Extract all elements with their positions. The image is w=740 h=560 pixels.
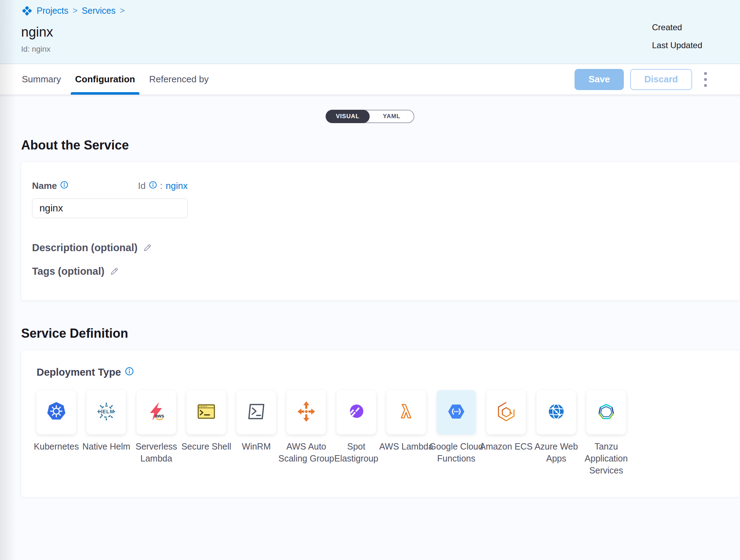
- name-info-icon[interactable]: [60, 180, 68, 191]
- deployment-type-tile-tanzu-application-services[interactable]: [587, 390, 626, 434]
- deployment-type-tile-label: AWS Lambda: [377, 441, 435, 453]
- tab-actions: Save Discard: [575, 69, 740, 90]
- service-definition-card: Deployment Type KubernetesHELMNative Hel…: [21, 350, 740, 497]
- deployment-type-aws-auto-scaling-group: AWS Auto Scaling Group: [287, 390, 326, 476]
- about-service-heading: About the Service: [21, 138, 740, 153]
- id-info-icon[interactable]: [149, 180, 157, 191]
- deployment-type-tanzu-application-services: Tanzu Application Services: [587, 390, 626, 476]
- save-button[interactable]: Save: [575, 69, 624, 90]
- header-meta: Created Last Updated: [652, 23, 702, 58]
- id-colon: :: [160, 180, 163, 191]
- deployment-type-tile-label: Native Helm: [77, 441, 135, 453]
- secure-shell-icon: [195, 400, 218, 424]
- deployment-type-kubernetes: Kubernetes: [37, 390, 76, 476]
- deployment-type-native-helm: HELMNative Helm: [87, 390, 126, 476]
- deployment-type-tile-serverless-lambda[interactable]: aws: [137, 390, 176, 434]
- id-group: Id : nginx: [138, 180, 188, 191]
- deployment-type-azure-web-apps: Azure Web Apps: [537, 390, 576, 476]
- winrm-icon: [245, 400, 268, 424]
- deployment-type-google-cloud-functions: Google Cloud Functions: [437, 390, 476, 476]
- serverless-lambda-icon: aws: [145, 400, 168, 424]
- chevron-right-icon: >: [72, 6, 78, 15]
- toggle-visual[interactable]: VISUAL: [326, 110, 370, 123]
- service-id-line: Id: nginx: [21, 45, 740, 54]
- about-service-card: Name Id : nginx Description (optional): [21, 162, 740, 301]
- deployment-type-tile-kubernetes[interactable]: [37, 390, 76, 434]
- tags-edit-icon[interactable]: [109, 267, 119, 276]
- deployment-type-info-icon[interactable]: [125, 367, 134, 378]
- deployment-type-winrm: WinRM: [237, 390, 276, 476]
- breadcrumb: Projects > Services >: [21, 5, 740, 16]
- deployment-type-tile-native-helm[interactable]: HELM: [87, 390, 126, 434]
- deployment-type-tile-label: Amazon ECS: [477, 441, 535, 453]
- native-helm-icon: HELM: [95, 400, 118, 424]
- amazon-ecs-icon: [495, 400, 518, 424]
- description-label: Description (optional): [32, 242, 138, 254]
- deployment-type-tile-label: Kubernetes: [27, 441, 85, 453]
- created-label: Created: [652, 23, 702, 32]
- spot-elastigroup-icon: [345, 400, 368, 424]
- kubernetes-icon: [45, 400, 68, 424]
- svg-text:aws: aws: [155, 413, 164, 419]
- visual-yaml-toggle: VISUAL YAML: [326, 110, 414, 123]
- tab-summary[interactable]: Summary: [15, 64, 68, 95]
- aws-auto-scaling-group-icon: [295, 400, 318, 424]
- google-cloud-functions-icon: [445, 400, 468, 424]
- tab-referenced-by[interactable]: Referenced by: [142, 64, 216, 95]
- discard-button[interactable]: Discard: [630, 69, 692, 90]
- deployment-type-serverless-lambda: awsServerless Lambda: [137, 390, 176, 476]
- configuration-content: VISUAL YAML About the Service Name Id :: [0, 110, 740, 560]
- deployment-type-grid: KubernetesHELMNative HelmawsServerless L…: [37, 390, 740, 476]
- deployment-type-tile-aws-auto-scaling-group[interactable]: [287, 390, 326, 434]
- deployment-type-tile-label: Google Cloud Functions: [427, 441, 485, 465]
- svg-text:HELM: HELM: [98, 408, 115, 414]
- breadcrumb-projects-link[interactable]: Projects: [37, 6, 68, 16]
- tanzu-application-services-icon: [595, 400, 617, 424]
- more-options-button[interactable]: [698, 69, 713, 90]
- id-label: Id: [138, 180, 146, 191]
- deployment-type-tile-spot-elastigroup[interactable]: [337, 390, 376, 434]
- service-definition-heading: Service Definition: [21, 326, 740, 341]
- tags-label: Tags (optional): [32, 266, 105, 277]
- deployment-type-tile-azure-web-apps[interactable]: [537, 390, 576, 434]
- deployment-type-tile-label: Azure Web Apps: [527, 441, 585, 465]
- toggle-yaml[interactable]: YAML: [370, 110, 414, 122]
- last-updated-label: Last Updated: [652, 40, 702, 50]
- harness-projects-icon: [21, 5, 32, 16]
- aws-lambda-icon: [395, 400, 418, 424]
- deployment-type-tile-google-cloud-functions[interactable]: [437, 390, 476, 434]
- deployment-type-label: Deployment Type: [37, 367, 121, 378]
- page-title: nginx: [21, 25, 740, 40]
- name-label: Name: [32, 180, 57, 191]
- deployment-type-aws-lambda: AWS Lambda: [387, 390, 426, 476]
- name-label-group: Name: [32, 180, 68, 191]
- deployment-type-tile-secure-shell[interactable]: [187, 390, 226, 434]
- deployment-type-tile-label: WinRM: [227, 441, 285, 453]
- page-header: Projects > Services > nginx Id: nginx Cr…: [0, 0, 740, 64]
- description-edit-icon[interactable]: [143, 243, 152, 253]
- breadcrumb-services-link[interactable]: Services: [82, 6, 115, 16]
- deployment-type-tile-amazon-ecs[interactable]: [487, 390, 526, 434]
- deployment-type-secure-shell: Secure Shell: [187, 390, 226, 476]
- deployment-type-spot-elastigroup: Spot Elastigroup: [337, 390, 376, 476]
- deployment-type-tile-label: Secure Shell: [177, 441, 235, 453]
- tab-bar: Summary Configuration Referenced by Save…: [0, 64, 740, 95]
- deployment-type-tile-winrm[interactable]: [237, 390, 276, 434]
- azure-web-apps-icon: [545, 400, 567, 424]
- deployment-type-amazon-ecs: Amazon ECS: [487, 390, 526, 476]
- deployment-type-tile-label: Serverless Lambda: [127, 441, 185, 465]
- tab-configuration[interactable]: Configuration: [68, 64, 142, 95]
- deployment-type-tile-label: Spot Elastigroup: [327, 441, 385, 465]
- deployment-type-tile-label: AWS Auto Scaling Group: [277, 441, 335, 465]
- id-value-link[interactable]: nginx: [166, 180, 188, 191]
- chevron-right-icon: >: [119, 6, 125, 15]
- deployment-type-tile-label: Tanzu Application Services: [577, 441, 635, 476]
- service-name-input[interactable]: [32, 198, 188, 218]
- deployment-type-tile-aws-lambda[interactable]: [387, 390, 426, 434]
